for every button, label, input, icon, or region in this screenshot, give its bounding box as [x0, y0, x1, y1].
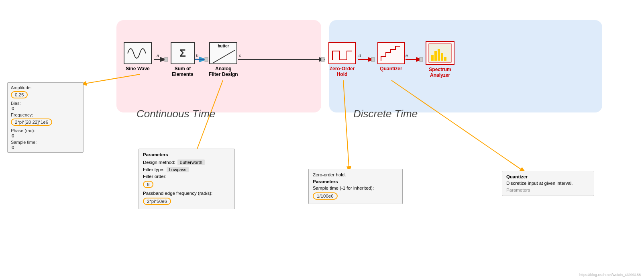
sine-params-box: Amplitude: 0.25 Bias: 0 Frequency: 2*pi*… — [7, 82, 84, 153]
signal-e-label: e — [406, 53, 408, 58]
phase-value: 0 — [11, 133, 80, 138]
filter-order-value: 8 — [143, 181, 153, 188]
main-canvas: Sine Wave a Σ Sum ofElements b butter An… — [0, 0, 644, 280]
freq-label: Frequency: — [11, 112, 80, 117]
quantizer-description: Discretize input at given interval. — [506, 181, 590, 186]
design-method-value: Butterworth — [177, 159, 205, 165]
analog-filter-block: butter AnalogFilter Design — [209, 42, 238, 77]
passband-value: 2*pi*50e6 — [143, 198, 171, 205]
filter-box: butter — [209, 42, 237, 64]
sine-wave-block: Sine Wave — [124, 42, 152, 72]
zoh-sample-value: 1/100e6 — [313, 192, 338, 200]
amplitude-label: Amplitude: — [11, 85, 80, 90]
zoh-label: Zero-OrderHold — [330, 66, 355, 77]
spectrum-box — [426, 41, 454, 65]
quantizer-block: Quantizer — [377, 42, 405, 72]
signal-c-label: c — [239, 53, 241, 58]
spectrum-label: SpectrumAnalyzer — [429, 67, 451, 78]
svg-rect-23 — [438, 49, 440, 61]
zoh-block: Zero-OrderHold — [328, 42, 356, 77]
sample-value: 0 — [11, 145, 80, 150]
svg-rect-25 — [444, 57, 446, 61]
passband-label: Passband edge frequency (rad/s): — [143, 191, 230, 196]
bias-label: Bias: — [11, 101, 80, 106]
discrete-time-label: Discrete Time — [353, 108, 418, 120]
sum-of-elements-block: Σ Sum ofElements — [171, 42, 195, 77]
quantizer-label: Quantizer — [380, 66, 402, 72]
svg-line-19 — [213, 50, 235, 63]
continuous-time-label: Continuous Time — [137, 108, 215, 120]
svg-rect-21 — [431, 55, 434, 61]
filter-order-label: Filter order: — [143, 174, 230, 179]
sum-label: Sum ofElements — [172, 66, 193, 77]
sample-label: Sample time: — [11, 140, 80, 145]
sum-box: Σ — [171, 42, 195, 64]
signal-b-label: b — [196, 53, 198, 58]
filter-type-value: Lowpass — [167, 167, 189, 172]
quantizer-params-box: Quantizer Discretize input at given inte… — [502, 171, 594, 196]
quantizer-params-label: Parameters — [506, 188, 590, 192]
signal-a-label: a — [157, 53, 159, 58]
amplitude-value: 0.25 — [11, 91, 28, 98]
signal-d-label: d — [359, 53, 361, 58]
zoh-box — [328, 42, 356, 64]
filter-type-label: Filter type: — [143, 167, 165, 172]
svg-rect-22 — [434, 51, 437, 61]
quantizer-box — [377, 42, 405, 64]
filter-label: AnalogFilter Design — [209, 66, 238, 77]
filter-params-box: Parameters Design method: Butterworth Fi… — [139, 149, 235, 209]
sine-wave-label: Sine Wave — [126, 66, 150, 72]
zoh-params-box: Zero-order hold. Parameters Sample time … — [308, 169, 403, 204]
zoh-sample-label: Sample time (-1 for inherited): — [313, 186, 398, 190]
watermark: https://blog.csdn.net/weixin_43993158 — [579, 273, 641, 277]
zoh-params-title: Parameters — [313, 179, 398, 184]
sine-wave-box — [124, 42, 152, 64]
zoh-description: Zero-order hold. — [313, 172, 398, 177]
svg-rect-16 — [321, 57, 324, 61]
discrete-time-bg — [329, 20, 602, 112]
quantizer-params-title: Quantizer — [506, 174, 590, 179]
design-method-label: Design method: — [143, 160, 175, 165]
bias-value: 0 — [11, 106, 80, 111]
filter-params-title: Parameters — [143, 152, 230, 157]
svg-rect-24 — [441, 53, 443, 61]
freq-value: 2*pi*[20 22]*1e6 — [11, 119, 52, 126]
spectrum-analyzer-block: SpectrumAnalyzer — [426, 41, 454, 78]
phase-label: Phase (rad): — [11, 128, 80, 133]
